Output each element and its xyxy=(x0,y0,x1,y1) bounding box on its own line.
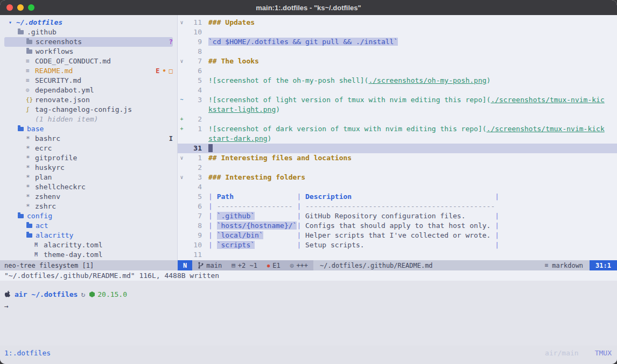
editor-line[interactable]: 5![screenshot of the oh-my-posh shell](.… xyxy=(178,76,617,85)
close-button[interactable] xyxy=(6,4,13,11)
editor-line[interactable]: 6 xyxy=(178,66,617,76)
tree-item-label: plan xyxy=(35,173,52,182)
status-badge: □ xyxy=(169,66,173,76)
shell-pane[interactable]: air ~/.dotfiles ↻ 20.15.0 → xyxy=(0,281,617,346)
line-number: 6 xyxy=(186,202,202,211)
editor-line[interactable]: 6| ------------------ | ----------------… xyxy=(178,202,617,211)
filetype-label: markdown xyxy=(552,262,583,269)
editor-line[interactable]: start-dark.png) xyxy=(178,134,617,144)
editor-line[interactable]: 4 xyxy=(178,85,617,95)
editor-line[interactable]: 5| Path | Description | xyxy=(178,192,617,202)
tree-item-github[interactable]: .github xyxy=(4,27,173,37)
tree-item-label: README.md xyxy=(35,66,73,76)
folder-icon xyxy=(26,40,32,44)
minimize-button[interactable] xyxy=(17,4,24,11)
editor-line[interactable]: ∨7## The looks xyxy=(178,56,617,66)
tree-item-security-md[interactable]: ≡SECURITY.md xyxy=(4,76,173,85)
text-segment: ![screenshot of light version of tmux wi… xyxy=(208,96,490,104)
editor-line[interactable]: 9| `local/bin` | Helper scripts that I'v… xyxy=(178,231,617,240)
editor-line[interactable]: 8 xyxy=(178,47,617,56)
tree-item-code-of-conduct-md[interactable]: ≡CODE_OF_CONDUCT.md xyxy=(4,56,173,66)
editor-pane[interactable]: ∨11### Updates109`cd $HOME/.dotfiles && … xyxy=(178,15,617,260)
statusline-row: neo-tree filesystem [1] N main ▤ +2 ~1 xyxy=(0,260,617,270)
tree-item-1-hidden-item[interactable]: (1 hidden item) xyxy=(4,115,173,124)
chevron-down-icon: ▾ xyxy=(9,18,16,27)
editor-line[interactable]: +1![screenshot of dark version of tmux w… xyxy=(178,124,617,134)
text-segment: | xyxy=(208,231,213,239)
line-number: 3 xyxy=(186,95,202,105)
tree-item-label: renovate.json xyxy=(35,95,90,105)
line-number: 8 xyxy=(186,221,202,231)
text-segment xyxy=(255,241,297,249)
editor-line[interactable]: 9`cd $HOME/.dotfiles && git pull && ./in… xyxy=(178,37,617,47)
node-version: 20.15.0 xyxy=(97,290,127,298)
statusline: N main ▤ +2 ~1 ● E1 xyxy=(178,260,617,270)
editor-line[interactable]: 31 xyxy=(178,144,617,153)
tree-item-tag-changelog-config-js[interactable]: ʃtag-changelog-config.js xyxy=(4,105,173,115)
tree-item-label: (1 hidden item) xyxy=(35,115,98,124)
text-segment xyxy=(213,222,217,230)
editor-line[interactable]: kstart-light.png) xyxy=(178,105,617,115)
folder-icon xyxy=(18,127,24,131)
editor-line[interactable]: 4 xyxy=(178,182,617,192)
tree-item-theme-day-toml[interactable]: Mtheme-day.toml xyxy=(4,250,173,260)
tree-item-dependabot-yml[interactable]: ⊙dependabot.yml xyxy=(4,85,173,95)
gutter-sign: ∨ xyxy=(178,18,186,27)
editor-line[interactable]: 10| `scripts` | Setup scripts. | xyxy=(178,240,617,250)
tree-item-screenshots[interactable]: screenshots? xyxy=(4,37,173,47)
tree-item-shellcheckrc[interactable]: *shellcheckrc xyxy=(4,182,173,192)
editor-line[interactable]: 2 xyxy=(178,163,617,173)
editor-line[interactable]: ∨1## Interesting files and locations xyxy=(178,153,617,163)
tmux-statusbar: 1:.dotfiles air/main TMUX xyxy=(0,346,617,364)
line-text: ![screenshot of dark version of tmux wit… xyxy=(202,124,605,134)
tree-item-label: alacritty xyxy=(36,231,73,240)
tree-item-alacritty-toml[interactable]: Malacritty.toml xyxy=(4,240,173,250)
line-number: 7 xyxy=(186,211,202,221)
tree-item-workflows[interactable]: workflows xyxy=(4,47,173,56)
tree-item-act[interactable]: act xyxy=(4,221,173,231)
editor-line[interactable]: +2 xyxy=(178,115,617,124)
text-segment: ## Interesting files and locations xyxy=(208,154,352,162)
editor-line[interactable]: 11 xyxy=(178,250,617,260)
tmux-label: TMUX xyxy=(595,349,612,357)
tree-item-bashrc[interactable]: *bashrcI xyxy=(4,134,173,144)
tree-item-label: zshrc xyxy=(35,202,56,211)
gutter-sign-empty xyxy=(178,221,186,231)
editor-line[interactable]: 8| `hosts/{hostname}/`| Configs that sho… xyxy=(178,221,617,231)
tree-item-ecrc[interactable]: *ecrc xyxy=(4,144,173,153)
diff-counts: +2 ~1 xyxy=(238,262,257,269)
tree-item-zshenv[interactable]: *zshenv xyxy=(4,192,173,202)
line-number: 3 xyxy=(186,173,202,182)
editor-line[interactable]: 7| `.github` | GitHub Repository configu… xyxy=(178,211,617,221)
text-segment: ) xyxy=(268,134,272,142)
toml-icon: M xyxy=(34,250,44,260)
tree-item-readme-md[interactable]: ≡README.mdE•□ xyxy=(4,66,173,76)
tmux-window-item[interactable]: 1:.dotfiles xyxy=(4,349,51,357)
neotree-statusline: neo-tree filesystem [1] xyxy=(0,260,178,270)
line-number xyxy=(186,134,202,144)
tree-item-dotfiles[interactable]: ▾~/.dotfiles xyxy=(4,18,173,27)
editor-line[interactable]: ∨3### Interesting folders xyxy=(178,173,617,182)
gutter-sign-empty xyxy=(178,85,186,95)
text-segment: `scripts` xyxy=(217,241,255,249)
tree-item-zshrc[interactable]: *zshrc xyxy=(4,202,173,211)
line-text: ### Interesting folders xyxy=(202,173,305,182)
tree-item-alacritty[interactable]: alacritty xyxy=(4,231,173,240)
text-segment: | xyxy=(208,202,213,210)
zoom-button[interactable] xyxy=(28,4,34,11)
tree-item-plan[interactable]: *plan xyxy=(4,173,173,182)
gutter-sign: ~ xyxy=(178,95,186,105)
git-branch-icon xyxy=(198,262,204,269)
gutter-sign-empty xyxy=(178,105,186,115)
editor-line[interactable]: 10 xyxy=(178,27,617,37)
line-text: kstart-light.png) xyxy=(202,105,280,115)
text-segment: Configs that should apply to that host o… xyxy=(301,222,495,230)
editor-line[interactable]: ~3![screenshot of light version of tmux … xyxy=(178,95,617,105)
window-controls xyxy=(6,4,34,11)
tree-item-renovate-json[interactable]: {}renovate.json xyxy=(4,95,173,105)
editor-line[interactable]: ∨11### Updates xyxy=(178,18,617,27)
tree-item-config[interactable]: config xyxy=(4,211,173,221)
tree-item-huskyrc[interactable]: *huskyrc xyxy=(4,163,173,173)
tree-item-base[interactable]: base xyxy=(4,124,173,134)
tree-item-gitprofile[interactable]: *gitprofile xyxy=(4,153,173,163)
